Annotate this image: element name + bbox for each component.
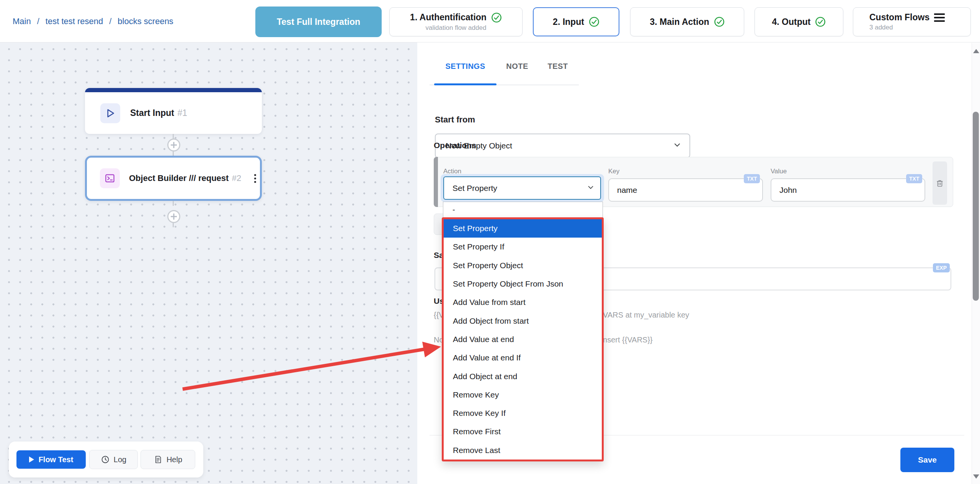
step-input-button[interactable]: 2. Input xyxy=(533,7,619,36)
tab-active-indicator xyxy=(434,83,497,85)
check-circle-icon xyxy=(491,12,502,23)
dropdown-option-remove-key[interactable]: Remove Key xyxy=(444,386,602,404)
terminal-icon xyxy=(104,173,116,184)
flow-test-label: Flow Test xyxy=(39,455,74,464)
breadcrumb: Main / test test resend / blocks screens xyxy=(13,0,173,42)
key-field-label: Key xyxy=(608,168,619,175)
dropdown-option-set-property-object[interactable]: Set Property Object xyxy=(444,256,602,275)
step-authentification-label: 1. Authentification xyxy=(410,12,487,23)
add-node-button[interactable] xyxy=(167,210,180,223)
save-button[interactable]: Save xyxy=(900,448,954,472)
log-label: Log xyxy=(114,455,126,464)
play-icon xyxy=(29,456,34,463)
dropdown-option-empty[interactable]: - xyxy=(443,202,603,218)
key-input[interactable] xyxy=(608,178,763,202)
chevron-down-icon xyxy=(673,140,682,152)
add-node-button[interactable] xyxy=(167,139,180,152)
dropdown-option-add-value-from-start[interactable]: Add Value from start xyxy=(444,293,602,311)
custom-flows-button[interactable]: Custom Flows 3 added xyxy=(853,7,971,36)
dropdown-option-add-object-at-end[interactable]: Add Object at end xyxy=(444,367,602,385)
dropdown-option-remove-last[interactable]: Remove Last xyxy=(444,441,602,460)
connector-line xyxy=(173,223,174,227)
help-button[interactable]: Help xyxy=(140,450,195,469)
check-circle-icon xyxy=(714,16,725,27)
node-number: #1 xyxy=(177,108,187,118)
dropdown-option-remove-key-if[interactable]: Remove Key If xyxy=(444,404,602,422)
node-icon-tile xyxy=(100,103,120,123)
step-output-label: 4. Output xyxy=(772,17,811,27)
custom-flows-subtitle: 3 added xyxy=(869,24,893,31)
action-dropdown-list: Set Property Set Property If Set Propert… xyxy=(442,217,604,461)
hamburger-menu-icon xyxy=(934,13,945,22)
help-label: Help xyxy=(167,455,182,464)
dropdown-option-set-property[interactable]: Set Property xyxy=(444,219,602,238)
step-output-button[interactable]: 4. Output xyxy=(755,7,843,36)
play-icon xyxy=(105,108,116,119)
action-select[interactable]: Set Property xyxy=(443,176,601,200)
drag-handle[interactable] xyxy=(434,157,438,207)
key-type-badge[interactable]: TXT xyxy=(744,174,760,183)
node-number: #2 xyxy=(232,173,241,183)
breadcrumb-test-test-resend[interactable]: test test resend xyxy=(46,16,103,26)
tab-note[interactable]: NOTE xyxy=(505,62,529,71)
operations-label: Operations xyxy=(434,141,476,150)
node-title: Start Input xyxy=(130,108,174,118)
breadcrumb-separator: / xyxy=(109,16,111,26)
tab-settings[interactable]: SETTINGS xyxy=(434,62,497,71)
flow-test-button[interactable]: Flow Test xyxy=(16,450,86,469)
custom-flows-label: Custom Flows xyxy=(869,12,929,23)
value-type-badge[interactable]: TXT xyxy=(906,174,922,183)
scrollbar-up-arrow[interactable] xyxy=(973,49,979,53)
breadcrumb-blocks-screens[interactable]: blocks screens xyxy=(118,16,173,26)
chevron-down-icon xyxy=(586,183,595,193)
trash-icon xyxy=(935,179,944,188)
document-icon xyxy=(154,455,163,464)
log-button[interactable]: Log xyxy=(89,450,138,469)
dropdown-option-set-property-object-from-json[interactable]: Set Property Object From Json xyxy=(444,275,602,293)
dropdown-option-add-value-at-end-if[interactable]: Add Value at end If xyxy=(444,349,602,367)
value-input[interactable] xyxy=(771,178,925,202)
dropdown-option-remove-first[interactable]: Remove First xyxy=(444,422,602,441)
scrollbar-down-arrow[interactable] xyxy=(973,474,979,479)
node-menu-kebab-icon[interactable] xyxy=(254,174,256,183)
delete-operation-button[interactable] xyxy=(933,161,947,205)
step-authentification-subtitle: validation flow added xyxy=(426,24,487,32)
breadcrumb-main[interactable]: Main xyxy=(13,16,31,26)
node-start-input[interactable]: Start Input #1 xyxy=(85,88,262,134)
node-icon-tile xyxy=(100,168,120,188)
step-main-action-button[interactable]: 3. Main Action xyxy=(630,7,744,36)
breadcrumb-separator: / xyxy=(37,16,39,26)
action-select-value: Set Property xyxy=(452,184,497,193)
start-from-label: Start from xyxy=(435,115,475,125)
node-title: Object Builder /// request xyxy=(129,173,229,183)
check-circle-icon xyxy=(589,16,599,27)
scrollbar-thumb[interactable] xyxy=(973,112,979,301)
check-circle-icon xyxy=(815,16,826,27)
dropdown-option-add-value-at-end[interactable]: Add Value at end xyxy=(444,330,602,349)
step-input-label: 2. Input xyxy=(553,17,584,27)
value-field-label: Value xyxy=(771,168,787,175)
test-full-integration-button[interactable]: Test Full Integration xyxy=(255,7,382,37)
tab-test[interactable]: TEST xyxy=(546,62,569,71)
dropdown-option-set-property-if[interactable]: Set Property If xyxy=(444,238,602,256)
connector-line xyxy=(173,201,174,206)
exp-type-badge[interactable]: EXP xyxy=(933,263,950,272)
step-main-action-label: 3. Main Action xyxy=(650,17,709,27)
node-object-builder[interactable]: Object Builder /// request #2 xyxy=(85,156,262,201)
dropdown-option-add-object-from-start[interactable]: Add Object from start xyxy=(444,311,602,330)
node-accent-bar xyxy=(85,88,262,92)
step-authentification-button[interactable]: 1. Authentification validation flow adde… xyxy=(389,7,523,36)
history-clock-icon xyxy=(101,455,110,464)
